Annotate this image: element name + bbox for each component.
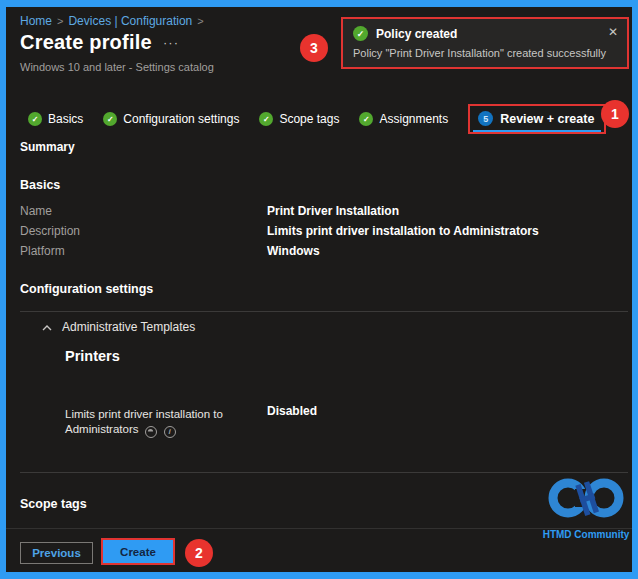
create-button-annotation-box: Create xyxy=(101,538,175,565)
field-label: Platform xyxy=(20,244,267,258)
footer-divider xyxy=(6,528,632,529)
tab-configuration-settings[interactable]: ✓ Configuration settings xyxy=(103,112,239,126)
previous-button[interactable]: Previous xyxy=(20,542,93,564)
htmd-logo-icon xyxy=(544,475,628,523)
setting-value: Disabled xyxy=(267,404,317,418)
annotation-badge-3: 3 xyxy=(300,34,328,62)
check-icon: ✓ xyxy=(28,112,42,126)
tab-label: Configuration settings xyxy=(123,112,239,126)
field-row-description: Description Limits print driver installa… xyxy=(20,224,539,238)
success-check-icon: ✓ xyxy=(353,26,368,41)
check-icon: ✓ xyxy=(259,112,273,126)
check-icon: ✓ xyxy=(359,112,373,126)
annotation-badge-1: 1 xyxy=(601,100,629,128)
tab-assignments[interactable]: ✓ Assignments xyxy=(359,112,448,126)
breadcrumb-separator: > xyxy=(197,15,203,27)
policy-scope-icon xyxy=(145,426,157,438)
active-tab-underline xyxy=(473,130,601,132)
create-button[interactable]: Create xyxy=(103,540,173,563)
tab-basics[interactable]: ✓ Basics xyxy=(28,112,83,126)
breadcrumb-home-link[interactable]: Home xyxy=(20,14,52,28)
annotation-badge-2: 2 xyxy=(185,539,213,567)
setting-label: Limits print driver installation to Admi… xyxy=(65,407,275,438)
field-value: Print Driver Installation xyxy=(267,204,399,218)
basics-heading: Basics xyxy=(20,178,60,192)
administrative-templates-group: Administrative Templates xyxy=(42,320,195,334)
more-options-icon[interactable]: ··· xyxy=(163,35,179,50)
field-label: Description xyxy=(20,224,267,238)
breadcrumb: Home>Devices | Configuration> xyxy=(20,14,209,28)
window-frame: Home>Devices | Configuration> Create pro… xyxy=(0,0,638,579)
tab-scope-tags[interactable]: ✓ Scope tags xyxy=(259,112,339,126)
divider xyxy=(20,311,628,312)
field-value: Limits print driver installation to Admi… xyxy=(267,224,539,238)
close-icon[interactable]: ✕ xyxy=(608,25,618,39)
tab-label: Basics xyxy=(48,112,83,126)
scope-tags-heading: Scope tags xyxy=(20,497,87,511)
wizard-tabbar: ✓ Basics ✓ Configuration settings ✓ Scop… xyxy=(28,104,606,134)
tab-label: Review + create xyxy=(500,112,594,126)
tab-review-create[interactable]: 5 Review + create xyxy=(468,104,606,134)
group-label: Administrative Templates xyxy=(62,320,195,334)
breadcrumb-devices-configuration-link[interactable]: Devices | Configuration xyxy=(68,14,192,28)
field-row-name: Name Print Driver Installation xyxy=(20,204,399,218)
printers-category-heading: Printers xyxy=(65,348,120,364)
field-row-platform: Platform Windows xyxy=(20,244,320,258)
field-value: Windows xyxy=(267,244,320,258)
htmd-community-logo: HTMD Community xyxy=(542,475,630,540)
toast-message: Policy "Print Driver Installation" creat… xyxy=(353,47,617,59)
policy-created-toast: ✓ Policy created ✕ Policy "Print Driver … xyxy=(341,17,629,69)
tab-label: Assignments xyxy=(379,112,448,126)
toast-title: Policy created xyxy=(376,27,457,41)
breadcrumb-separator: > xyxy=(57,15,63,27)
check-icon: ✓ xyxy=(103,112,117,126)
page-subtitle: Windows 10 and later - Settings catalog xyxy=(20,61,214,73)
divider xyxy=(20,472,628,473)
page-title: Create profile xyxy=(20,31,152,54)
summary-heading: Summary xyxy=(20,140,75,154)
field-label: Name xyxy=(20,204,267,218)
tab-label: Scope tags xyxy=(279,112,339,126)
chevron-up-icon[interactable] xyxy=(42,323,52,331)
portal-screen: Home>Devices | Configuration> Create pro… xyxy=(6,7,632,572)
step-number-icon: 5 xyxy=(478,111,493,126)
info-icon[interactable]: i xyxy=(164,426,176,438)
htmd-logo-text: HTMD Community xyxy=(542,529,630,540)
configuration-settings-heading: Configuration settings xyxy=(20,282,153,296)
